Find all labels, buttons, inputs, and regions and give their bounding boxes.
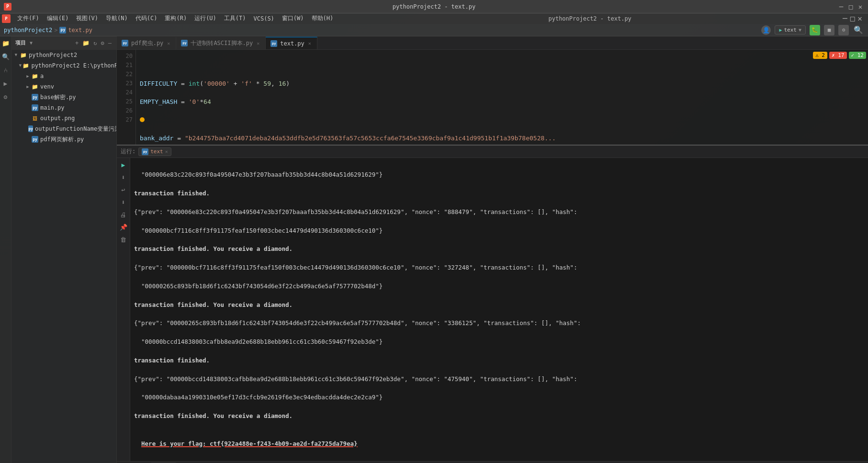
tab-label: text.py bbox=[280, 40, 304, 47]
tree-file-base-label: base解密.py bbox=[40, 93, 76, 102]
flag-output-line: Here is your flag: ctf{922a488e-f243-4b0… bbox=[134, 430, 864, 461]
menu-help[interactable]: 帮助(H) bbox=[308, 13, 338, 23]
run-body: ▶ ⬇ ↩ ⬇ 🖨 📌 🗑 "000006e83c220c893f0a49504… bbox=[117, 158, 868, 461]
menu-tools[interactable]: 工具(T) bbox=[220, 13, 250, 23]
folder-icon: 📁 bbox=[32, 73, 38, 79]
run-stop-button[interactable]: ⬇ bbox=[119, 172, 128, 182]
breadcrumb-right: 👤 ▶ text ▼ 🐛 ■ ⚙ 🔍 bbox=[761, 24, 864, 35]
title-bar: P pythonProject2 - text.py ─ □ ✕ bbox=[0, 0, 868, 13]
tab-close-button[interactable]: ✕ bbox=[256, 40, 260, 46]
build-button[interactable]: ⚙ bbox=[838, 25, 849, 35]
tab-label: pdf爬虫.py bbox=[131, 39, 163, 47]
bottom-tabs: 版本控制 ▶ 运行 🐍 Python 软件包 TODO Python 控制台 ⚠… bbox=[117, 461, 868, 463]
tab-close-button[interactable]: ✕ bbox=[307, 40, 312, 46]
sidebar-title: 项目 bbox=[15, 39, 26, 46]
run-tag-close[interactable]: ✕ bbox=[165, 149, 168, 154]
new-file-button[interactable]: + bbox=[74, 39, 79, 47]
activity-extensions[interactable]: ⚙ bbox=[1, 92, 11, 102]
tab-close-button[interactable]: ✕ bbox=[166, 40, 171, 46]
line-numbers: 20 21 22 23 24 25 26 27 bbox=[117, 50, 136, 145]
tree-arrow: ▶ bbox=[18, 64, 23, 67]
menu-run[interactable]: 运行(U) bbox=[191, 13, 220, 23]
collapse-button[interactable]: — bbox=[107, 39, 113, 47]
tree-folder-a[interactable]: ▶ 📁 a bbox=[11, 71, 116, 81]
user-avatar[interactable]: 👤 bbox=[761, 25, 771, 35]
tree-file-output-func-label: outputFunctionName变量污染脚 bbox=[35, 125, 116, 133]
close-button[interactable]: ✕ bbox=[857, 3, 864, 11]
output-line: {"prev": "00000bccd14838003cafbb8ea9d2e6… bbox=[134, 374, 864, 384]
menu-edit[interactable]: 编辑(E) bbox=[43, 13, 73, 23]
output-line: "00000265c893bfb18d6f1c6243bf743054d6e3f… bbox=[134, 282, 864, 291]
tree-file-output-png[interactable]: ▶ 🖼 output.png bbox=[11, 113, 116, 124]
output-line: transaction finished. You receive a diam… bbox=[134, 411, 864, 420]
restore-icon[interactable]: □ bbox=[850, 14, 855, 23]
tree-root-label: pythonProject2 bbox=[29, 52, 77, 58]
close-icon[interactable]: ✕ bbox=[857, 14, 862, 23]
window-title: pythonProject2 - text.py bbox=[393, 3, 475, 10]
menu-code[interactable]: 代码(C) bbox=[132, 13, 161, 23]
menu-window[interactable]: 窗口(W) bbox=[278, 13, 308, 23]
tree-root[interactable]: ▶ 📁 pythonProject2 bbox=[11, 50, 116, 60]
activity-files[interactable]: 📁 bbox=[1, 38, 11, 48]
window-title-menu: pythonProject2 - text.py bbox=[337, 15, 843, 22]
output-line: transaction finished. bbox=[134, 189, 864, 198]
run-file-tag[interactable]: py text ✕ bbox=[138, 147, 171, 156]
refresh-button[interactable]: ↻ bbox=[92, 39, 98, 47]
run-pin-button[interactable]: 📌 bbox=[119, 222, 128, 232]
tree-file-main[interactable]: ▶ py main.py bbox=[11, 102, 116, 113]
py-tab-icon: py bbox=[271, 40, 277, 47]
tab-pdf-crawler[interactable]: py pdf爬虫.py ✕ bbox=[117, 37, 176, 49]
run-rerun-button[interactable]: ↩ bbox=[119, 185, 128, 194]
output-line: {"prev": "000000bcf7116c8ff3f91175feaf15… bbox=[134, 263, 864, 272]
py-file-icon: py bbox=[59, 27, 66, 34]
console-output[interactable]: "000006e83c220c893f0a495047e3b3f207baaaf… bbox=[130, 158, 868, 461]
tree-file-pdf-label: pdf网页解析.py bbox=[40, 136, 84, 144]
run-toolbar: ▶ ⬇ ↩ ⬇ 🖨 📌 🗑 bbox=[117, 158, 130, 461]
breadcrumb-project[interactable]: pythonProject2 bbox=[4, 27, 52, 34]
activity-run-debug[interactable]: ▶ bbox=[1, 79, 11, 88]
minimize-button[interactable]: ─ bbox=[837, 3, 845, 11]
menu-view[interactable]: 视图(V) bbox=[72, 13, 102, 23]
run-button[interactable]: ▶ text ▼ bbox=[775, 25, 806, 34]
py-tab-icon: py bbox=[122, 40, 128, 46]
tree-file-pdf[interactable]: ▶ py pdf网页解析.py bbox=[11, 134, 116, 145]
tree-file-base[interactable]: ▶ py base解密.py bbox=[11, 92, 116, 102]
search-button[interactable]: 🔍 bbox=[853, 24, 864, 35]
run-play-button[interactable]: ▶ bbox=[119, 160, 128, 169]
stop-button[interactable]: ■ bbox=[824, 25, 834, 35]
output-line: {"prev": "00000265c893bfb18d6f1c6243bf74… bbox=[134, 318, 864, 327]
run-close-button[interactable]: ⬇ bbox=[119, 197, 128, 207]
sidebar-dropdown[interactable]: ▼ bbox=[30, 40, 33, 45]
activity-vcs[interactable]: ⑃ bbox=[1, 65, 11, 75]
tree-folder-a-label: a bbox=[40, 73, 44, 79]
code-editor[interactable]: DIFFICULTY = int('00000' + 'f' * 59, 16)… bbox=[136, 50, 868, 145]
menu-navigate[interactable]: 导航(N) bbox=[102, 13, 132, 23]
run-trash-button[interactable]: 🗑 bbox=[119, 235, 128, 244]
window-controls: ─ □ ✕ bbox=[837, 3, 864, 11]
py-tab-icon: py bbox=[181, 40, 188, 46]
py-icon: py bbox=[32, 94, 38, 101]
tree-project-root[interactable]: ▶ 📁 pythonProject2 E:\pythonProject2 bbox=[11, 60, 116, 71]
run-panel-header: 运行: py text ✕ bbox=[117, 146, 868, 158]
tree-file-output-func[interactable]: ▶ py outputFunctionName变量污染脚 bbox=[11, 124, 116, 134]
settings-button[interactable]: ⚙ bbox=[100, 39, 105, 47]
tree-folder-venv[interactable]: ▶ 📁 venv bbox=[11, 81, 116, 92]
maximize-button[interactable]: □ bbox=[847, 3, 855, 11]
tree-arrow: ▶ bbox=[25, 73, 31, 79]
menu-file[interactable]: 文件(F) bbox=[13, 13, 43, 23]
breadcrumb-file[interactable]: py text.py bbox=[59, 27, 92, 34]
new-folder-button[interactable]: 📁 bbox=[81, 39, 90, 47]
activity-search[interactable]: 🔍 bbox=[1, 52, 11, 61]
run-settings-button[interactable]: 🖨 bbox=[119, 210, 128, 219]
run-dropdown-arrow[interactable]: ▼ bbox=[799, 27, 801, 33]
warning-badge: ⚠ 2 bbox=[813, 52, 827, 59]
editor-area: py pdf爬虫.py ✕ py 十进制转ASCII脚本.py ✕ py tex… bbox=[117, 36, 868, 463]
tab-ascii-convert[interactable]: py 十进制转ASCII脚本.py ✕ bbox=[176, 37, 266, 49]
tab-text-py[interactable]: py text.py ✕ bbox=[266, 37, 317, 49]
breadcrumb-bar: pythonProject2 > py text.py 👤 ▶ text ▼ 🐛… bbox=[0, 24, 868, 36]
minimize-icon[interactable]: ─ bbox=[843, 14, 847, 23]
debug-button[interactable]: 🐛 bbox=[810, 25, 820, 35]
menu-vcs[interactable]: VCS(S) bbox=[250, 14, 278, 23]
menu-refactor[interactable]: 重构(R) bbox=[161, 13, 191, 23]
activity-bar: 📁 🔍 ⑃ ▶ ⚙ bbox=[0, 36, 11, 463]
